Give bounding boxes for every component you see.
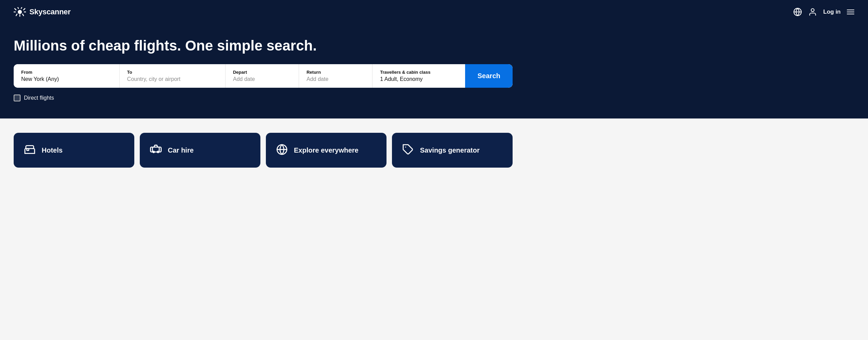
travellers-field[interactable]: Travellers & cabin class 1 Adult, Econom… — [372, 64, 465, 88]
logo[interactable]: Skyscanner — [14, 7, 71, 17]
explore-card[interactable]: Explore everywhere — [266, 133, 386, 168]
svg-point-16 — [153, 151, 154, 153]
globe-icon — [793, 8, 802, 16]
user-profile-button[interactable] — [808, 8, 817, 16]
hamburger-line-3 — [847, 14, 854, 14]
hero-section: Millions of cheap flights. One simple se… — [0, 24, 868, 118]
svg-line-8 — [23, 14, 24, 16]
search-bar: From New York (Any) To Country, city or … — [14, 64, 513, 88]
svg-line-3 — [15, 9, 16, 10]
depart-field[interactable]: Depart Add date — [226, 64, 299, 88]
svg-point-12 — [811, 9, 814, 12]
hamburger-line-2 — [847, 12, 854, 12]
language-globe-button[interactable] — [793, 8, 802, 16]
hamburger-menu-button[interactable] — [847, 10, 854, 14]
savings-label: Savings generator — [420, 146, 480, 154]
svg-rect-14 — [27, 148, 29, 151]
to-placeholder: Country, city or airport — [127, 76, 180, 82]
logo-text: Skyscanner — [29, 8, 71, 16]
car-hire-label: Car hire — [168, 146, 194, 154]
svg-point-9 — [18, 10, 22, 14]
depart-placeholder: Add date — [233, 76, 255, 82]
svg-line-1 — [16, 14, 17, 16]
svg-line-5 — [21, 7, 22, 9]
return-label: Return — [307, 70, 365, 75]
return-placeholder: Add date — [307, 76, 328, 82]
travellers-label: Travellers & cabin class — [380, 70, 458, 75]
svg-line-4 — [18, 7, 18, 9]
bed-icon — [24, 144, 36, 157]
car-hire-card[interactable]: Car hire — [140, 133, 260, 168]
from-value: New York (Any) — [21, 76, 59, 82]
svg-line-6 — [24, 9, 25, 10]
depart-label: Depart — [233, 70, 291, 75]
from-field[interactable]: From New York (Any) — [14, 64, 120, 88]
hamburger-line-1 — [847, 10, 854, 10]
login-button[interactable]: Log in — [823, 9, 841, 15]
cards-grid: Hotels Car hire — [14, 133, 513, 168]
direct-flights-checkbox[interactable] — [14, 95, 21, 101]
svg-point-17 — [157, 151, 159, 153]
skyscanner-logo-icon — [14, 7, 26, 17]
direct-flights-label[interactable]: Direct flights — [24, 95, 54, 101]
user-circle-icon — [808, 8, 817, 16]
hotels-card[interactable]: Hotels — [14, 133, 134, 168]
return-field[interactable]: Return Add date — [299, 64, 372, 88]
hero-title: Millions of cheap flights. One simple se… — [14, 38, 854, 54]
tag-icon — [402, 144, 414, 157]
to-field[interactable]: To Country, city or airport — [120, 64, 226, 88]
header: Skyscanner Log in — [0, 0, 868, 24]
car-icon — [150, 144, 162, 157]
search-button[interactable]: Search — [465, 64, 513, 88]
header-nav: Log in — [793, 8, 854, 16]
savings-card[interactable]: Savings generator — [392, 133, 513, 168]
travellers-value: 1 Adult, Economy — [380, 76, 423, 82]
cards-section: Hotels Car hire — [0, 119, 868, 181]
explore-globe-icon — [276, 144, 288, 157]
hotels-label: Hotels — [42, 146, 63, 154]
direct-flights-row: Direct flights — [14, 95, 854, 101]
to-label: To — [127, 70, 218, 75]
explore-label: Explore everywhere — [294, 146, 358, 154]
from-label: From — [21, 70, 112, 75]
